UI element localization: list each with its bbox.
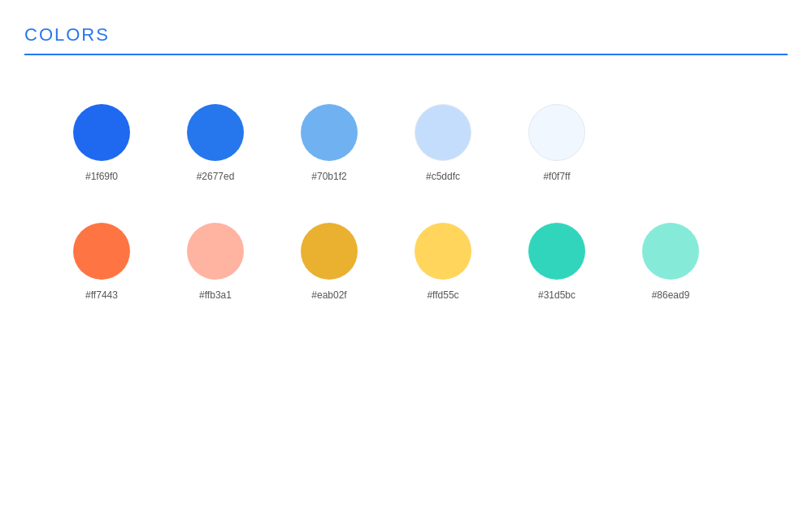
- section-title: COLORS: [24, 24, 788, 46]
- color-label-1-4: #31d5bc: [538, 289, 575, 301]
- section-header: COLORS: [24, 24, 788, 55]
- colors-content: #1f69f0#2677ed#70b1f2#c5ddfc#f0f7ff #ff7…: [24, 88, 788, 358]
- section-divider: [24, 54, 788, 55]
- color-item-0-0: #1f69f0: [73, 104, 130, 182]
- color-circle-0-1: [187, 104, 244, 161]
- color-label-0-3: #c5ddfc: [426, 171, 460, 182]
- color-circle-0-3: [415, 104, 471, 161]
- color-circle-0-0: [73, 104, 130, 161]
- color-item-1-2: #eab02f: [301, 223, 358, 301]
- color-circle-1-3: [415, 223, 471, 280]
- color-label-0-4: #f0f7ff: [543, 171, 570, 182]
- color-circle-0-4: [528, 104, 585, 161]
- color-circle-0-2: [301, 104, 358, 161]
- color-item-1-4: #31d5bc: [528, 223, 585, 301]
- color-label-1-2: #eab02f: [311, 289, 346, 301]
- color-circle-1-0: [73, 223, 130, 280]
- color-circle-1-4: [528, 223, 585, 280]
- page-container: COLORS #1f69f0#2677ed#70b1f2#c5ddfc#f0f7…: [0, 0, 812, 382]
- color-item-1-5: #86ead9: [642, 223, 699, 301]
- color-item-1-1: #ffb3a1: [187, 223, 244, 301]
- color-row-1: #1f69f0#2677ed#70b1f2#c5ddfc#f0f7ff: [73, 104, 739, 182]
- color-label-1-5: #86ead9: [652, 289, 690, 301]
- color-circle-1-2: [301, 223, 358, 280]
- color-label-1-1: #ffb3a1: [199, 289, 232, 301]
- color-circle-1-1: [187, 223, 244, 280]
- color-item-0-4: #f0f7ff: [528, 104, 585, 182]
- color-item-0-3: #c5ddfc: [415, 104, 471, 182]
- color-item-1-3: #ffd55c: [415, 223, 471, 301]
- color-label-0-2: #70b1f2: [311, 171, 346, 182]
- color-row-2: #ff7443#ffb3a1#eab02f#ffd55c#31d5bc#86ea…: [73, 223, 739, 301]
- color-item-0-2: #70b1f2: [301, 104, 358, 182]
- color-label-0-1: #2677ed: [197, 171, 235, 182]
- color-label-0-0: #1f69f0: [85, 171, 118, 182]
- color-item-0-1: #2677ed: [187, 104, 244, 182]
- color-label-1-3: #ffd55c: [427, 289, 458, 301]
- color-item-1-0: #ff7443: [73, 223, 130, 301]
- color-circle-1-5: [642, 223, 699, 280]
- color-label-1-0: #ff7443: [85, 289, 118, 301]
